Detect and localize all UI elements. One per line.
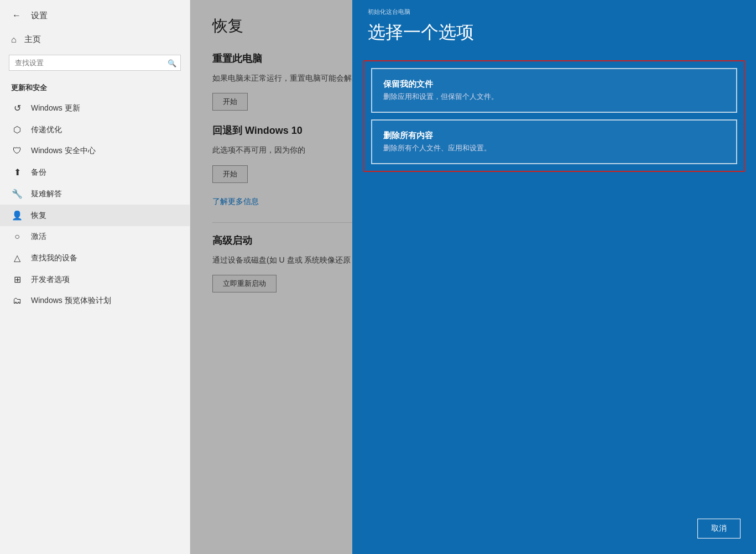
dev-icon: ⊞ — [11, 274, 23, 285]
sidebar-item-troubleshoot[interactable]: 🔧 疑难解答 — [0, 183, 190, 205]
modal-footer: 取消 — [697, 519, 741, 539]
modal-heading: 选择一个选项 — [352, 20, 756, 60]
keep-files-title: 保留我的文件 — [383, 79, 725, 90]
sidebar: ← 设置 ⌂ 主页 🔍 更新和安全 ↺ Windows 更新 ⬡ 传递优化 🛡 … — [0, 0, 190, 554]
modal-label: 初始化这台电脑 — [352, 0, 756, 20]
sidebar-item-label: Windows 安全中心 — [31, 146, 96, 156]
sidebar-item-label: Windows 预览体验计划 — [31, 296, 111, 306]
back-button[interactable]: ← — [9, 8, 24, 23]
keep-files-desc: 删除应用和设置，但保留个人文件。 — [383, 92, 725, 102]
modal-container: 初始化这台电脑 选择一个选项 保留我的文件 删除应用和设置，但保留个人文件。 删… — [352, 0, 756, 554]
sidebar-item-windows-security[interactable]: 🛡 Windows 安全中心 — [0, 140, 190, 161]
delete-all-desc: 删除所有个人文件、应用和设置。 — [383, 143, 725, 153]
sidebar-item-windows-update[interactable]: ↺ Windows 更新 — [0, 97, 190, 119]
sidebar-item-label: 备份 — [31, 168, 46, 177]
settings-title: 设置 — [31, 11, 48, 21]
sidebar-item-home[interactable]: ⌂ 主页 — [0, 29, 190, 50]
sidebar-item-insider[interactable]: 🗂 Windows 预览体验计划 — [0, 290, 190, 311]
sidebar-item-label: 激活 — [31, 232, 46, 242]
search-icon: 🔍 — [168, 59, 176, 67]
sidebar-item-label: 传递优化 — [31, 125, 62, 135]
home-icon: ⌂ — [11, 35, 17, 45]
sidebar-item-backup[interactable]: ⬆ 备份 — [0, 161, 190, 183]
keep-files-option[interactable]: 保留我的文件 删除应用和设置，但保留个人文件。 — [371, 68, 737, 113]
wrench-icon: 🔧 — [11, 189, 23, 199]
sidebar-item-label: 疑难解答 — [31, 189, 62, 199]
sidebar-item-find-device[interactable]: △ 查找我的设备 — [0, 247, 190, 269]
section-label: 更新和安全 — [0, 75, 190, 97]
options-highlight: 保留我的文件 删除应用和设置，但保留个人文件。 删除所有内容 删除所有个人文件、… — [363, 60, 745, 172]
modal-overlay: 初始化这台电脑 选择一个选项 保留我的文件 删除应用和设置，但保留个人文件。 删… — [190, 0, 756, 554]
sidebar-item-label: 恢复 — [31, 211, 46, 221]
sidebar-item-developer[interactable]: ⊞ 开发者选项 — [0, 269, 190, 290]
home-label: 主页 — [24, 34, 41, 45]
backup-icon: ⬆ — [11, 167, 23, 177]
refresh-icon: ↺ — [11, 103, 23, 113]
sidebar-item-recovery[interactable]: 👤 恢复 — [0, 205, 190, 226]
cancel-button[interactable]: 取消 — [697, 519, 741, 539]
sidebar-item-label: 查找我的设备 — [31, 253, 77, 263]
shield-icon: 🛡 — [11, 146, 23, 156]
delete-all-option[interactable]: 删除所有内容 删除所有个人文件、应用和设置。 — [371, 119, 737, 164]
main-content: 恢复 重置此电脑 如果电脑未正常运行，重置电脑可能会解决问题。重置时，可以选择保… — [190, 0, 756, 554]
delete-all-title: 删除所有内容 — [383, 130, 725, 141]
insider-icon: 🗂 — [11, 296, 23, 306]
sidebar-item-activate[interactable]: ○ 激活 — [0, 226, 190, 247]
find-icon: △ — [11, 253, 23, 263]
recovery-icon: 👤 — [11, 210, 23, 221]
activate-icon: ○ — [11, 232, 23, 242]
sidebar-header: ← 设置 — [0, 0, 190, 29]
sidebar-item-delivery-opt[interactable]: ⬡ 传递优化 — [0, 119, 190, 140]
search-box: 🔍 — [9, 55, 181, 71]
sidebar-item-label: 开发者选项 — [31, 275, 70, 285]
delivery-icon: ⬡ — [11, 124, 23, 135]
sidebar-item-label: Windows 更新 — [31, 103, 80, 113]
search-input[interactable] — [9, 55, 181, 71]
